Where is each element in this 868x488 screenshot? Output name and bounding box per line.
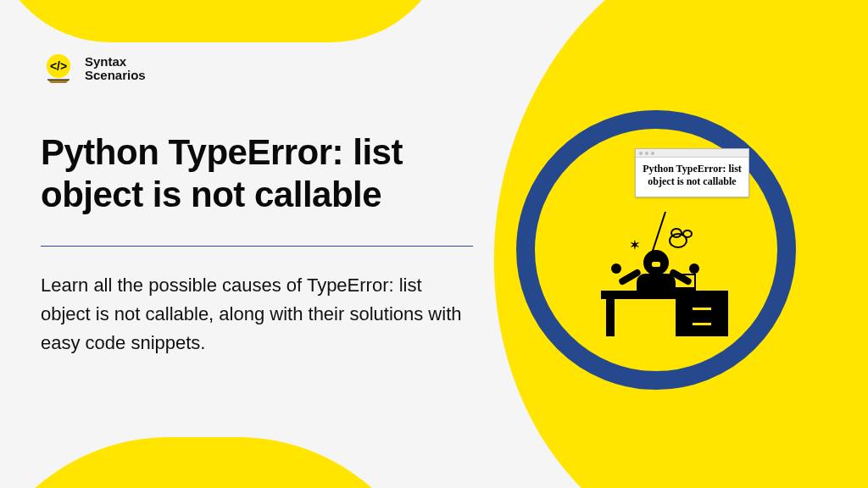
steam-cloud-icon	[669, 233, 687, 248]
brand-line1: Syntax	[85, 54, 126, 69]
error-window: Python TypeError: list object is not cal…	[635, 148, 749, 197]
brand-line2: Scenarios	[85, 68, 146, 82]
desk-icon: ✶	[601, 267, 728, 330]
hand-left-icon	[611, 263, 621, 274]
brand-block: </> Syntax Scenarios	[41, 51, 146, 86]
bg-shape-bottom-left	[0, 437, 441, 488]
error-window-text: Python TypeError: list object is not cal…	[636, 158, 748, 197]
laptop-icon	[669, 274, 696, 292]
brand-name: Syntax Scenarios	[85, 55, 146, 83]
banner-canvas: </> Syntax Scenarios Python TypeError: l…	[0, 0, 868, 488]
anger-mark-icon: ✶	[630, 238, 640, 252]
illustration-badge: Python TypeError: list object is not cal…	[516, 110, 796, 390]
page-title: Python TypeError: list object is not cal…	[41, 131, 490, 215]
divider	[41, 246, 473, 247]
desk-drawers-icon	[676, 299, 728, 336]
frustrated-dev-illustration: Python TypeError: list object is not cal…	[567, 152, 745, 347]
desk-leg-icon	[606, 299, 615, 336]
bg-shape-top-left	[0, 0, 449, 42]
person-mouth-icon	[652, 262, 660, 267]
hand-right-icon	[689, 263, 699, 274]
page-description: Learn all the possible causes of TypeErr…	[41, 271, 473, 358]
svg-text:</>: </>	[50, 59, 67, 73]
window-titlebar	[636, 149, 748, 158]
desk-top-icon	[601, 291, 728, 299]
brand-logo-icon: </>	[41, 51, 76, 86]
